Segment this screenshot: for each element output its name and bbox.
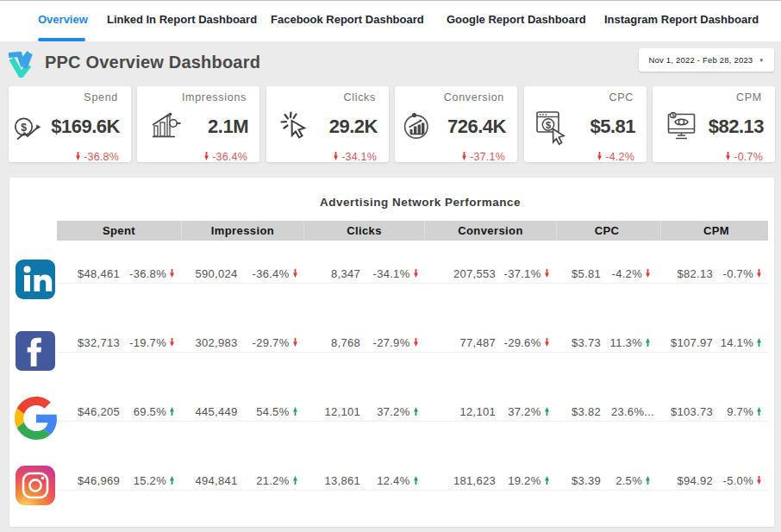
svg-text:$: $ — [672, 112, 675, 119]
svg-text:$: $ — [546, 120, 551, 130]
svg-text:$: $ — [21, 122, 27, 134]
